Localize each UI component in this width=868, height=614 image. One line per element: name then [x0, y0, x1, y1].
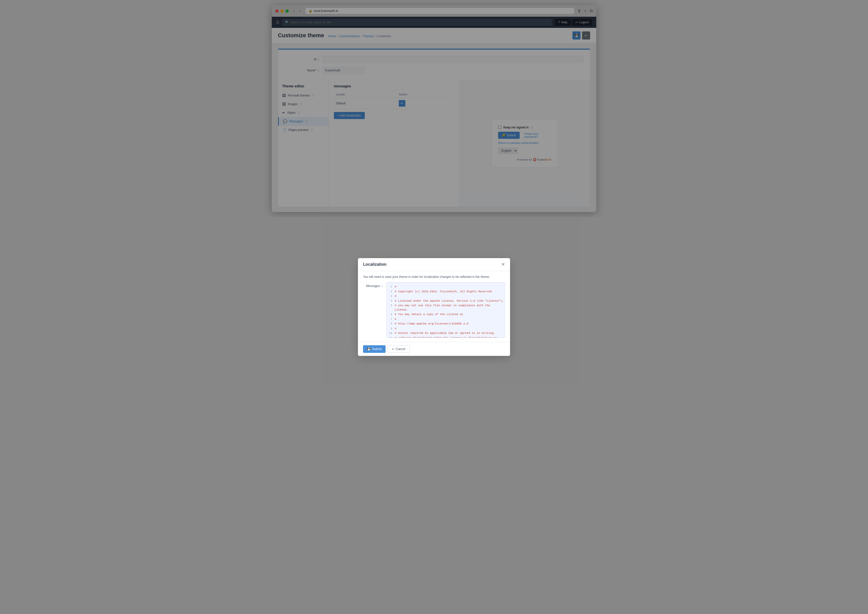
modal-overlay[interactable]: Localization ✕ You will need to save you… [272, 5, 596, 212]
browser-window: ‹ › 🔒 local.fusionauth.io ⬆ ＋ ⧉ ☰ 🔍 Sear… [272, 5, 596, 212]
